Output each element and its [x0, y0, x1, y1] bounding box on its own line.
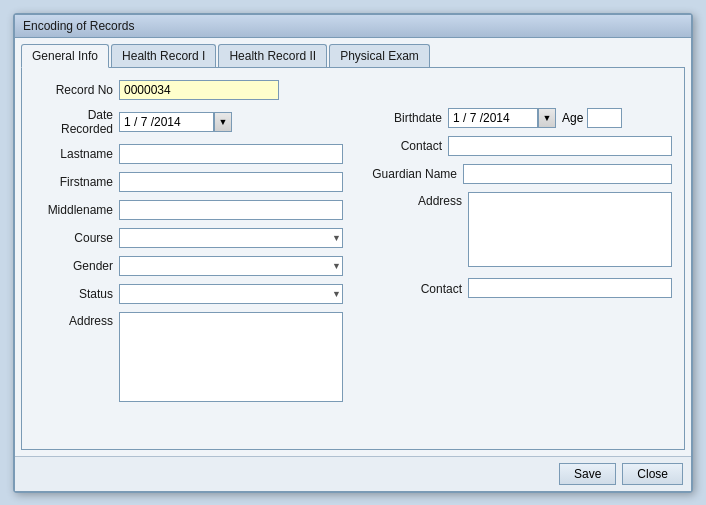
firstname-row: Firstname: [34, 172, 343, 192]
course-select[interactable]: [119, 228, 343, 248]
tab-health-record-1[interactable]: Health Record I: [111, 44, 216, 67]
contact-row: Contact: [363, 136, 672, 156]
contact-right-input[interactable]: [468, 278, 672, 298]
record-no-row: Record No: [34, 80, 672, 100]
course-row: Course ▼: [34, 228, 343, 248]
status-select-wrapper: ▼: [119, 284, 343, 304]
address-left-textarea[interactable]: [119, 312, 343, 402]
content-area: General Info Health Record I Health Reco…: [15, 38, 691, 456]
title-bar: Encoding of Records: [15, 15, 691, 38]
gender-label: Gender: [34, 259, 119, 273]
birthdate-label: Birthdate: [363, 111, 448, 125]
gender-select[interactable]: [119, 256, 343, 276]
date-recorded-dropdown-btn[interactable]: ▼: [214, 112, 232, 132]
gender-row: Gender ▼: [34, 256, 343, 276]
course-select-wrapper: ▼: [119, 228, 343, 248]
gender-select-wrapper: ▼: [119, 256, 343, 276]
address-right-label: Address: [363, 192, 468, 208]
lastname-row: Lastname: [34, 144, 343, 164]
window-title: Encoding of Records: [23, 19, 134, 33]
middlename-row: Middlename: [34, 200, 343, 220]
tab-health-record-2[interactable]: Health Record II: [218, 44, 327, 67]
record-no-input[interactable]: [119, 80, 279, 100]
guardian-label: Guardian Name: [363, 167, 463, 181]
age-input[interactable]: [587, 108, 622, 128]
birthdate-dropdown-btn[interactable]: ▼: [538, 108, 556, 128]
record-no-label: Record No: [34, 83, 119, 97]
date-recorded-input[interactable]: [119, 112, 214, 132]
date-recorded-label: Date Recorded: [34, 108, 119, 136]
status-label: Status: [34, 287, 119, 301]
form-left: Date Recorded ▼ Lastname Firstname: [34, 108, 343, 410]
lastname-label: Lastname: [34, 147, 119, 161]
save-button[interactable]: Save: [559, 463, 616, 485]
guardian-name-input[interactable]: [463, 164, 672, 184]
tab-physical-exam[interactable]: Physical Exam: [329, 44, 430, 67]
contact-input[interactable]: [448, 136, 672, 156]
age-label: Age: [556, 111, 587, 125]
course-label: Course: [34, 231, 119, 245]
address-right-textarea[interactable]: [468, 192, 672, 267]
status-select[interactable]: [119, 284, 343, 304]
address-right-wrapper: [468, 192, 672, 270]
firstname-input[interactable]: [119, 172, 343, 192]
birthdate-row: Birthdate ▼ Age: [363, 108, 672, 128]
close-button[interactable]: Close: [622, 463, 683, 485]
status-row: Status ▼: [34, 284, 343, 304]
tab-general-info[interactable]: General Info: [21, 44, 109, 68]
middlename-input[interactable]: [119, 200, 343, 220]
date-recorded-row: Date Recorded ▼: [34, 108, 343, 136]
guardian-row: Guardian Name: [363, 164, 672, 184]
footer: Save Close: [15, 456, 691, 491]
address-left-row: Address: [34, 312, 343, 402]
main-window: Encoding of Records General Info Health …: [13, 13, 693, 493]
firstname-label: Firstname: [34, 175, 119, 189]
address-left-label: Address: [34, 312, 119, 328]
form-right: Birthdate ▼ Age Contact: [363, 108, 672, 410]
form-grid: Date Recorded ▼ Lastname Firstname: [34, 108, 672, 410]
lastname-input[interactable]: [119, 144, 343, 164]
date-recorded-wrapper: ▼: [119, 112, 232, 132]
middlename-label: Middlename: [34, 203, 119, 217]
birthdate-wrapper: ▼: [448, 108, 556, 128]
address-right-row: Address: [363, 192, 672, 270]
form-area: Record No Date Recorded ▼: [21, 68, 685, 450]
contact-right-label: Contact: [363, 280, 468, 296]
contact-right-row: Contact: [363, 278, 672, 298]
contact-label: Contact: [363, 139, 448, 153]
tab-bar: General Info Health Record I Health Reco…: [21, 44, 685, 68]
birthdate-input[interactable]: [448, 108, 538, 128]
